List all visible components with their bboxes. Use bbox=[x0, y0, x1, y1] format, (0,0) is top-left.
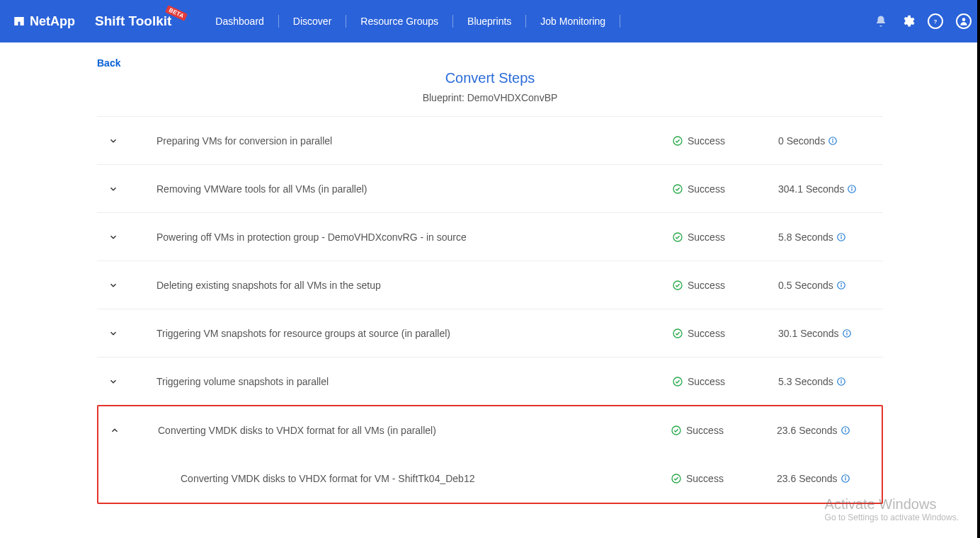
svg-point-12 bbox=[841, 234, 842, 236]
svg-point-16 bbox=[841, 282, 842, 284]
chevron-up-icon bbox=[110, 425, 120, 435]
info-icon[interactable] bbox=[836, 280, 846, 290]
step-name: Triggering VM snapshots for resource gro… bbox=[156, 328, 672, 339]
step-row[interactable]: Deleting existing snapshots for all VMs … bbox=[97, 261, 883, 309]
step-name: Preparing VMs for conversion in parallel bbox=[156, 135, 672, 147]
svg-rect-21 bbox=[846, 333, 847, 336]
sub-step-status: Success bbox=[671, 473, 777, 484]
svg-rect-33 bbox=[845, 478, 845, 481]
brand-name: NetApp bbox=[30, 14, 75, 29]
top-bar: NetApp Shift Toolkit BETA Dashboard Disc… bbox=[0, 0, 980, 42]
chevron-down-icon bbox=[108, 280, 118, 290]
blueprint-subtitle: Blueprint: DemoVHDXConvBP bbox=[97, 92, 883, 103]
info-icon[interactable] bbox=[841, 425, 850, 435]
back-link[interactable]: Back bbox=[97, 57, 120, 69]
svg-point-24 bbox=[841, 379, 842, 380]
sub-step-duration: 23.6 Seconds bbox=[777, 473, 876, 484]
highlighted-step-box: Converting VMDK disks to VHDX format for… bbox=[97, 405, 883, 504]
expand-toggle[interactable] bbox=[106, 280, 156, 290]
duration-text: 5.3 Seconds bbox=[778, 376, 833, 387]
step-row[interactable]: Removing VMWare tools for all VMs (in pa… bbox=[97, 165, 883, 213]
page-title: Convert Steps bbox=[97, 70, 883, 86]
step-duration: 30.1 Seconds bbox=[778, 328, 877, 339]
info-icon[interactable] bbox=[842, 328, 852, 338]
info-icon[interactable] bbox=[836, 377, 846, 387]
sub-step-name: Converting VMDK disks to VHDX format for… bbox=[181, 473, 671, 484]
chevron-down-icon bbox=[108, 232, 118, 242]
bell-icon[interactable] bbox=[874, 14, 888, 28]
chevron-down-icon bbox=[108, 328, 118, 338]
svg-point-28 bbox=[845, 428, 846, 429]
success-check-icon bbox=[671, 473, 682, 484]
brand: NetApp bbox=[13, 14, 75, 29]
expand-toggle[interactable] bbox=[107, 425, 158, 435]
expand-toggle[interactable] bbox=[106, 184, 156, 194]
step-status: Success bbox=[672, 231, 778, 243]
step-name: Removing VMWare tools for all VMs (in pa… bbox=[156, 183, 672, 195]
duration-text: 23.6 Seconds bbox=[777, 425, 838, 436]
step-duration: 5.8 Seconds bbox=[778, 231, 877, 243]
info-icon[interactable] bbox=[836, 232, 846, 242]
success-check-icon bbox=[672, 183, 683, 195]
step-name: Deleting existing snapshots for all VMs … bbox=[156, 280, 672, 291]
duration-text: 0 Seconds bbox=[778, 135, 825, 147]
status-label: Success bbox=[688, 280, 725, 291]
expand-toggle[interactable] bbox=[106, 136, 156, 146]
chevron-down-icon bbox=[108, 184, 118, 194]
product-name: Shift Toolkit BETA bbox=[95, 13, 171, 29]
duration-text: 30.1 Seconds bbox=[778, 328, 839, 339]
sub-step-row: Converting VMDK disks to VHDX format for… bbox=[98, 454, 882, 503]
user-icon[interactable] bbox=[956, 13, 972, 29]
content-container: Back Convert Steps Blueprint: DemoVHDXCo… bbox=[97, 57, 883, 504]
gear-icon[interactable] bbox=[901, 14, 915, 28]
status-label: Success bbox=[688, 376, 725, 387]
nav-job-monitoring[interactable]: Job Monitoring bbox=[526, 14, 620, 28]
svg-point-20 bbox=[846, 331, 848, 332]
step-row-expanded[interactable]: Converting VMDK disks to VHDX format for… bbox=[98, 406, 882, 454]
svg-rect-29 bbox=[845, 430, 845, 433]
step-duration: 0 Seconds bbox=[778, 135, 877, 147]
svg-point-32 bbox=[845, 476, 846, 478]
svg-rect-13 bbox=[841, 236, 841, 239]
svg-rect-9 bbox=[852, 188, 853, 191]
svg-rect-25 bbox=[841, 381, 841, 384]
blueprint-name: DemoVHDXConvBP bbox=[467, 92, 558, 103]
duration-text: 304.1 Seconds bbox=[778, 183, 844, 195]
step-duration: 23.6 Seconds bbox=[777, 425, 876, 436]
nav-resource-groups[interactable]: Resource Groups bbox=[346, 14, 452, 28]
step-row[interactable]: Powering off VMs in protection group - D… bbox=[97, 213, 883, 261]
steps-list: Preparing VMs for conversion in parallel… bbox=[97, 116, 883, 406]
blueprint-label: Blueprint: bbox=[423, 92, 465, 103]
success-check-icon bbox=[671, 425, 682, 436]
watermark-subtitle: Go to Settings to activate Windows. bbox=[825, 513, 959, 522]
step-row[interactable]: Triggering VM snapshots for resource gro… bbox=[97, 309, 883, 357]
page-body: Back Convert Steps Blueprint: DemoVHDXCo… bbox=[0, 42, 980, 504]
duration-text: 5.8 Seconds bbox=[778, 231, 833, 243]
step-row[interactable]: Preparing VMs for conversion in parallel… bbox=[97, 117, 883, 165]
nav-blueprints[interactable]: Blueprints bbox=[453, 14, 525, 28]
step-name: Powering off VMs in protection group - D… bbox=[156, 231, 672, 243]
info-icon[interactable] bbox=[828, 136, 838, 146]
info-icon[interactable] bbox=[841, 474, 850, 483]
success-check-icon bbox=[672, 328, 683, 339]
help-icon[interactable]: ? bbox=[928, 13, 943, 29]
step-status: Success bbox=[672, 135, 778, 147]
status-label: Success bbox=[686, 425, 724, 436]
step-duration: 5.3 Seconds bbox=[778, 376, 877, 387]
expand-toggle[interactable] bbox=[106, 377, 156, 387]
step-name: Triggering volume snapshots in parallel bbox=[156, 376, 672, 387]
step-name: Converting VMDK disks to VHDX format for… bbox=[158, 425, 671, 436]
chevron-down-icon bbox=[108, 136, 118, 146]
step-status: Success bbox=[672, 328, 778, 339]
step-row[interactable]: Triggering volume snapshots in parallelS… bbox=[97, 357, 883, 406]
nav-discover[interactable]: Discover bbox=[279, 14, 346, 28]
info-icon[interactable] bbox=[847, 184, 857, 194]
right-edge-border bbox=[977, 0, 980, 538]
svg-point-1 bbox=[962, 18, 966, 21]
svg-rect-17 bbox=[841, 285, 841, 287]
status-label: Success bbox=[688, 231, 725, 243]
expand-toggle[interactable] bbox=[106, 328, 156, 338]
nav-dashboard[interactable]: Dashboard bbox=[201, 14, 278, 28]
expand-toggle[interactable] bbox=[106, 232, 156, 242]
chevron-down-icon bbox=[108, 377, 118, 387]
